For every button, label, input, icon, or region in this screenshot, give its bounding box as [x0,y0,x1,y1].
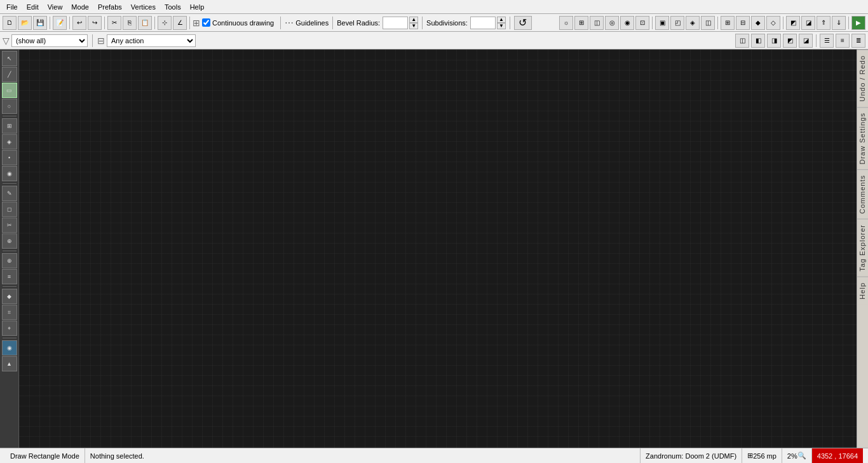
tool-deco[interactable]: ◆ [2,289,17,304]
tb2-btn1[interactable]: ◫ [735,34,749,48]
redo-button[interactable]: ↪ [88,16,102,30]
subdivisions-spin: ▲ ▼ [497,17,506,29]
tb-extra14[interactable]: ◇ [766,16,780,30]
continuous-drawing-checkbox[interactable] [202,18,210,27]
tb-extra3[interactable]: ◫ [590,16,604,30]
undo-btn2[interactable]: ↺ [514,16,532,30]
snap-button[interactable]: ⊹ [158,16,172,30]
tool-tag[interactable]: ⌗ [2,305,17,320]
new-button[interactable]: 🗋 [3,16,17,30]
tool-thing[interactable]: ◉ [2,166,17,181]
lt-sep1 [3,116,17,116]
subdivisions-input[interactable]: 1 [470,17,496,29]
sep9 [510,17,510,29]
tool-circle[interactable]: ○ [2,99,17,114]
tool-grid[interactable]: ⊞ [2,118,17,134]
script-button[interactable]: 📝 [53,16,67,30]
menu-mode[interactable]: Mode [67,2,93,12]
status-engine: Zandronum: Doom 2 (UDMF) [641,448,742,463]
menu-view[interactable]: View [44,2,67,12]
menu-file[interactable]: File [3,2,22,12]
save-button[interactable]: 💾 [33,16,47,30]
tool-rectangle[interactable]: ▭ [2,83,17,98]
guidelines-text: Guidelines [295,19,329,27]
tb-extra5[interactable]: ◉ [620,16,634,30]
tb-extra18[interactable]: ⇓ [832,16,846,30]
tool-sector[interactable]: ◈ [2,134,17,149]
tb-extra7[interactable]: ▣ [655,16,669,30]
tb-extra4[interactable]: ◎ [605,16,619,30]
tool-erase[interactable]: ◻ [2,202,17,217]
tb-play[interactable]: ▶ [851,16,865,30]
tool-camera[interactable]: ⌖ [2,321,17,336]
menu-edit[interactable]: Edit [23,2,43,12]
tool-pointer[interactable]: ↖ [2,51,17,66]
tb-extra12[interactable]: ⊟ [736,16,750,30]
menu-vertices[interactable]: Vertices [127,2,159,12]
tb2-btn2[interactable]: ◧ [751,34,765,48]
tool-line[interactable]: ╱ [2,67,17,82]
tool-palette[interactable]: ▲ [2,356,17,371]
statusbar: Draw Rectangle Mode Nothing selected. Za… [0,448,868,463]
tool-split[interactable]: ✂ [2,218,17,233]
paste-button[interactable]: 📋 [138,16,152,30]
menu-prefabs[interactable]: Prefabs [94,2,126,12]
tool-vertex[interactable]: • [2,150,17,165]
action-select[interactable]: Any action [107,34,196,47]
tb2-btn8[interactable]: ≣ [851,34,865,48]
bevel-up-btn[interactable]: ▲ [409,17,418,23]
panel-help[interactable]: Help [857,277,868,305]
tool-layer[interactable]: ≡ [2,269,17,284]
map-svg: 29696 29696 19968 19968 [19,50,210,145]
toolbar1: 🗋 📂 💾 📝 ↩ ↪ ✂ ⎘ 📋 ⊹ ∠ ⊞ Continuous drawi… [0,14,868,32]
tb-extra11[interactable]: ⊞ [721,16,735,30]
tb2-btn6[interactable]: ☰ [820,34,834,48]
tb-extra16[interactable]: ◪ [801,16,815,30]
tb-extra2[interactable]: ⊞ [574,16,588,30]
coords-text: 4352 , 17664 [817,452,858,460]
bevel-radius-input[interactable]: 0 [383,17,408,29]
sep10 [92,34,93,47]
filter-icon: ▽ [3,36,10,46]
tb-extra15[interactable]: ◩ [786,16,800,30]
tool-pen[interactable]: ✎ [2,186,17,201]
tool-merge[interactable]: ⊕ [2,233,17,249]
cut-button[interactable]: ✂ [107,16,121,30]
tb-extra13[interactable]: ◆ [751,16,765,30]
tb-extra9[interactable]: ◈ [686,16,700,30]
right-panels: Undo / Redo Draw Settings Comments Tag E… [857,50,868,448]
canvas-area[interactable]: 29696 29696 19968 19968 [19,50,857,448]
tb2-btn7[interactable]: ≡ [836,34,850,48]
angle-button[interactable]: ∠ [173,16,187,30]
tb2-btn3[interactable]: ◨ [767,34,781,48]
sep3 [104,17,105,29]
status-zoom: 2% 🔍 [782,448,812,463]
panel-undo-redo[interactable]: Undo / Redo [857,50,868,107]
menu-tools[interactable]: Tools [161,2,185,12]
copy-button[interactable]: ⎘ [123,16,137,30]
open-button[interactable]: 📂 [18,16,32,30]
tb2-btn5[interactable]: ◪ [799,34,813,48]
scale-text: 256 mp [753,452,776,460]
panel-tag-explorer[interactable]: Tag Explorer [857,219,868,277]
bevel-radius-spin: ▲ ▼ [409,17,418,29]
menu-help[interactable]: Help [186,2,208,12]
lt-sep5 [3,338,17,338]
tb-extra17[interactable]: ⇑ [817,16,831,30]
tb-extra1[interactable]: ☼ [559,16,573,30]
tb2-btn4[interactable]: ◩ [783,34,797,48]
tb-extra6[interactable]: ⊡ [635,16,649,30]
panel-comments[interactable]: Comments [857,169,868,219]
undo-button[interactable]: ↩ [72,16,86,30]
filter-select[interactable]: (show all) [11,34,88,47]
sep6 [280,17,281,29]
subdiv-down-btn[interactable]: ▼ [497,23,506,29]
tool-zoom[interactable]: ⊕ [2,253,17,268]
tb-extra8[interactable]: ◰ [670,16,684,30]
tool-color[interactable]: ◉ [2,340,17,356]
subdiv-up-btn[interactable]: ▲ [497,17,506,23]
bevel-down-btn[interactable]: ▼ [409,23,418,29]
sep4 [154,17,155,29]
tb-extra10[interactable]: ◫ [701,16,715,30]
panel-draw-settings[interactable]: Draw Settings [857,107,868,169]
